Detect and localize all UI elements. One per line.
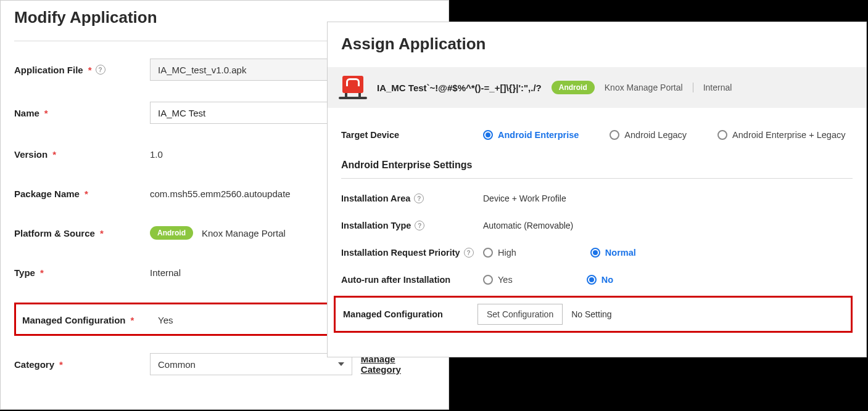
required-icon: * [88,65,92,75]
radio-android-legacy[interactable]: Android Legacy [610,130,687,140]
label-managed-config: Managed Configuration * [22,315,158,325]
assign-managed-config-highlight: Managed Configuration Set Configuration … [334,296,853,333]
radio-android-enterprise-legacy[interactable]: Android Enterprise + Legacy [717,130,845,140]
version-value: 1.0 [150,149,163,160]
row-target-device: Target Device Android Enterprise Android… [341,121,853,149]
row-installation-area: Installation Area ? Device + Work Profil… [341,185,853,212]
autorun-radio-group: Yes No [483,275,613,285]
target-device-radio-group: Android Enterprise Android Legacy Androi… [483,130,845,140]
managed-config-status: No Setting [571,309,611,319]
label-platform: Platform & Source * [14,228,150,238]
assign-title: Assign Application [341,35,853,54]
chevron-down-icon [338,362,344,366]
set-configuration-button[interactable]: Set Configuration [477,304,563,325]
portal-text: Knox Manage Portal [605,83,683,92]
label-category: Category * [14,359,150,370]
radio-icon [483,275,493,285]
settings-heading: Android Enterprise Settings [341,160,853,171]
label-type: Type * [14,267,150,278]
package-name-value: com.msh55.emm2560.autoupdate [150,189,291,199]
radio-icon [717,130,727,140]
radio-autorun-no[interactable]: No [587,275,613,285]
help-icon[interactable]: ? [414,193,424,203]
row-autorun: Auto-run after Installation Yes No [341,266,853,293]
assign-application-panel: Assign Application IA_MC Test`~!@#$%^*()… [327,22,867,357]
radio-icon [587,275,597,285]
required-icon: * [85,189,88,199]
radio-icon [483,130,493,140]
app-name: IA_MC Test`~!@#$%^*()-=_+[]\{}|':",./? [377,83,542,93]
installation-area-value: Device + Work Profile [483,193,566,203]
help-icon[interactable]: ? [464,248,474,258]
label-installation-area: Installation Area ? [341,193,483,203]
label-version: Version * [14,149,150,160]
managed-config-value: Yes [158,315,173,325]
label-priority: Installation Request Priority ? [341,248,483,258]
required-icon: * [59,359,63,370]
app-icon [339,76,367,99]
radio-icon [483,248,493,258]
internal-text: Internal [703,83,732,92]
required-icon: * [44,108,48,118]
category-select[interactable]: Common [150,353,352,375]
priority-radio-group: High Normal [483,248,636,258]
radio-icon [610,130,619,140]
radio-android-enterprise[interactable]: Android Enterprise [483,130,579,140]
radio-priority-high[interactable]: High [483,248,516,258]
required-icon: * [52,149,56,160]
help-icon[interactable]: ? [415,221,424,230]
label-application-file: Application File * ? [14,65,150,75]
label-managed-config-assign: Managed Configuration [343,309,477,319]
required-icon: * [131,315,134,325]
radio-icon [590,248,600,258]
platform-value: Knox Manage Portal [202,228,286,238]
installation-type-value: Automatic (Removable) [483,221,573,230]
help-icon[interactable]: ? [96,65,105,75]
app-info-bar: IA_MC Test`~!@#$%^*()-=_+[]\{}|':",./? A… [328,67,866,108]
label-name: Name * [14,108,150,118]
label-installation-type: Installation Type ? [341,221,483,230]
divider-icon [693,83,693,92]
required-icon: * [100,228,104,238]
label-package-name: Package Name * [14,189,150,199]
android-pill: Android [150,226,193,240]
row-installation-type: Installation Type ? Automatic (Removable… [341,212,853,239]
radio-priority-normal[interactable]: Normal [590,248,636,258]
row-priority: Installation Request Priority ? High Nor… [341,239,853,266]
android-pill: Android [552,81,595,94]
radio-autorun-yes[interactable]: Yes [483,275,513,285]
label-autorun: Auto-run after Installation [341,275,483,285]
required-icon: * [40,267,44,278]
type-value: Internal [150,267,181,278]
label-target-device: Target Device [341,130,483,140]
